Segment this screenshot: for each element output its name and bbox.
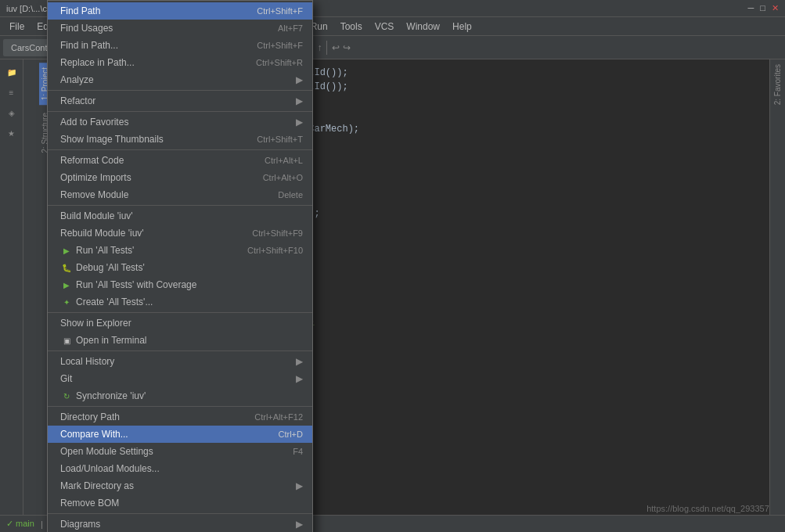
- menu-help[interactable]: Help: [446, 20, 478, 34]
- ctx-analyze[interactable]: Analyze ▶: [48, 71, 312, 88]
- ctx-directory-path[interactable]: Directory Path Ctrl+Alt+F12: [48, 408, 312, 426]
- run-icon: ▶: [60, 244, 73, 257]
- menu-vcs[interactable]: VCS: [369, 20, 401, 34]
- ctx-module-settings[interactable]: Open Module Settings F4: [48, 443, 312, 460]
- ctx-refactor[interactable]: Refactor ▶: [48, 92, 312, 110]
- undo-btn[interactable]: ↩: [332, 42, 340, 53]
- ctx-find-usages[interactable]: Find Usages Alt+F7: [48, 20, 312, 37]
- coverage-icon: ▶: [60, 279, 73, 291]
- menu-file[interactable]: File: [3, 20, 31, 34]
- ctx-diagrams[interactable]: Diagrams ▶: [48, 516, 312, 532]
- ctx-add-favorites[interactable]: Add to Favorites ▶: [48, 113, 312, 131]
- ctx-remove-bom[interactable]: Remove BOM: [48, 494, 312, 512]
- sidebar-project-icon[interactable]: 📁: [2, 63, 21, 81]
- ctx-git[interactable]: Git ▶: [48, 370, 312, 387]
- ctx-show-explorer[interactable]: Show in Explorer: [48, 315, 312, 332]
- ctx-replace-in-path[interactable]: Replace in Path... Ctrl+Shift+R: [48, 54, 312, 71]
- main-layout: 📁 ≡ ◈ ★ 1: Project 2: Structure Find Pat…: [0, 59, 785, 532]
- ctx-divider-7: [48, 406, 312, 407]
- ctx-debug-tests[interactable]: 🐛 Debug 'All Tests': [48, 259, 312, 276]
- ctx-optimize-imports[interactable]: Optimize Imports Ctrl+Alt+O: [48, 169, 312, 186]
- sidebar-nav-icon[interactable]: ◈: [2, 103, 21, 122]
- sidebar-fav-icon[interactable]: ★: [2, 124, 21, 142]
- ctx-find-path-label: Find Path: [60, 5, 241, 16]
- ctx-find-in-path[interactable]: Find in Path... Ctrl+Shift+F: [48, 37, 312, 54]
- ctx-build-module[interactable]: Build Module 'iuv': [48, 207, 312, 225]
- menu-window[interactable]: Window: [400, 20, 446, 34]
- ctx-divider-2: [48, 111, 312, 112]
- restore-btn[interactable]: □: [760, 3, 765, 13]
- ctx-local-history[interactable]: Local History ▶: [48, 353, 312, 370]
- ctx-run-coverage[interactable]: ▶ Run 'All Tests' with Coverage: [48, 276, 312, 293]
- ctx-divider-8: [48, 513, 312, 514]
- toolbar-separator-4: [326, 41, 327, 55]
- watermark: https://blog.csdn.net/qq_29335705: [646, 504, 779, 513]
- menu-tools[interactable]: Tools: [334, 20, 369, 34]
- left-sidebar: 📁 ≡ ◈ ★: [0, 59, 23, 532]
- ctx-run-tests[interactable]: ▶ Run 'All Tests' Ctrl+Shift+F10: [48, 242, 312, 259]
- status-branch: ✓ main: [6, 519, 34, 529]
- ctx-compare-with[interactable]: Compare With... Ctrl+D: [48, 426, 312, 443]
- minimize-btn[interactable]: ─: [748, 3, 754, 13]
- redo-btn[interactable]: ↪: [343, 42, 351, 53]
- create-icon: ✦: [60, 296, 73, 308]
- ctx-divider-3: [48, 149, 312, 150]
- ctx-rebuild-module[interactable]: Rebuild Module 'iuv' Ctrl+Shift+F9: [48, 225, 312, 242]
- status-sep: |: [41, 519, 43, 529]
- ctx-find-path-shortcut: Ctrl+Shift+F: [257, 6, 303, 16]
- favorites-label[interactable]: 2: Favorites: [773, 59, 782, 110]
- close-btn[interactable]: ✕: [772, 3, 779, 13]
- terminal-icon: ▣: [60, 334, 73, 347]
- ctx-reformat[interactable]: Reformat Code Ctrl+Alt+L: [48, 152, 312, 169]
- ctx-open-terminal[interactable]: ▣ Open in Terminal: [48, 332, 312, 349]
- ctx-divider-4: [48, 205, 312, 206]
- ctx-divider-6: [48, 350, 312, 351]
- debug-icon: 🐛: [60, 261, 73, 274]
- ctx-create-tests[interactable]: ✦ Create 'All Tests'...: [48, 293, 312, 311]
- ctx-divider-5: [48, 312, 312, 313]
- sidebar-structure-icon[interactable]: ≡: [2, 83, 21, 102]
- context-menu: Find Path Ctrl+Shift+F Find Usages Alt+F…: [47, 0, 313, 532]
- ctx-find-path[interactable]: Find Path Ctrl+Shift+F: [48, 2, 312, 20]
- ctx-divider-1: [48, 90, 312, 91]
- ctx-remove-module[interactable]: Remove Module Delete: [48, 186, 312, 203]
- favorites-panel: 2: Favorites: [769, 59, 785, 515]
- sync-icon: ↻: [60, 390, 73, 402]
- ctx-synchronize[interactable]: ↻ Synchronize 'iuv': [48, 387, 312, 404]
- ctx-mark-directory[interactable]: Mark Directory as ▶: [48, 477, 312, 494]
- git-push[interactable]: ↑: [317, 42, 322, 53]
- ctx-load-modules[interactable]: Load/Unload Modules...: [48, 460, 312, 477]
- ctx-show-thumbnails[interactable]: Show Image Thumbnails Ctrl+Shift+T: [48, 131, 312, 148]
